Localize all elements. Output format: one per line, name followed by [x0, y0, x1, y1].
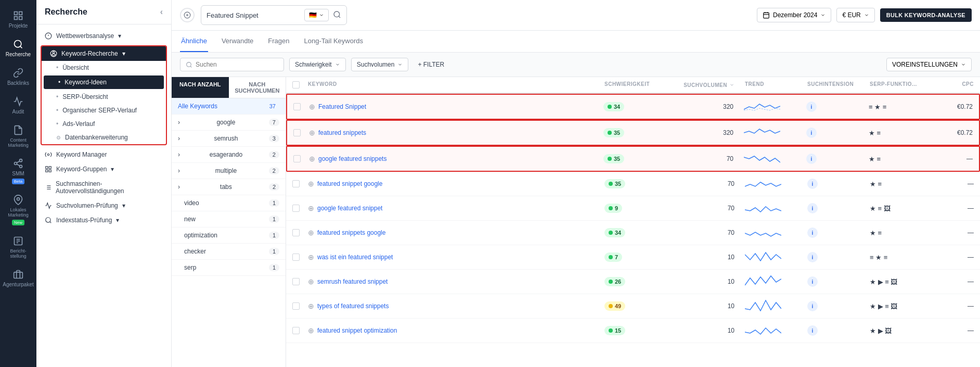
keyword-group-new[interactable]: new 1: [172, 211, 286, 227]
keyword-group-semrush[interactable]: › semrush 3: [172, 131, 286, 147]
trend-chart-7: [745, 249, 781, 265]
keyword-link-5[interactable]: ⊕ google featured snippet: [308, 204, 604, 212]
keyword-group-tabs[interactable]: › tabs 2: [172, 179, 286, 195]
keyword-link-10[interactable]: ⊕ featured snippet optimization: [308, 326, 604, 335]
row4-checkbox[interactable]: [292, 180, 308, 187]
sidebar-item-serp-ubersicht[interactable]: • SERP-Übersicht: [42, 90, 166, 104]
header-keyword: KEYWORD: [308, 81, 604, 88]
add-keyword-icon-7[interactable]: ⊕: [308, 253, 314, 261]
toggle-nach-suchvolumen[interactable]: NACH SUCHVOLUMEN: [229, 77, 286, 98]
sidebar-collapse-btn[interactable]: ‹: [160, 7, 163, 17]
add-keyword-icon-10[interactable]: ⊕: [308, 326, 314, 335]
toggle-tabs: NACH ANZAHL NACH SUCHVOLUMEN: [172, 77, 286, 98]
currency-select[interactable]: € EUR: [836, 8, 874, 22]
sidebar-item-keyword-recherche[interactable]: Keyword-Recherche ▾: [42, 46, 166, 61]
add-keyword-icon-5[interactable]: ⊕: [308, 204, 314, 212]
sidebar-item-keyword-gruppen[interactable]: Keyword-Gruppen ▾: [36, 162, 171, 176]
keyword-group-esagerando[interactable]: › esagerando 2: [172, 147, 286, 163]
keyword-group-multiple[interactable]: › multiple 2: [172, 163, 286, 179]
tab-verwandte[interactable]: Verwandte: [221, 31, 254, 52]
table-row: ⊕ google featured snippets 35 70: [286, 146, 980, 172]
keyword-group-video[interactable]: video 1: [172, 195, 286, 211]
nav-agentur[interactable]: Agenturpaket: [0, 264, 36, 293]
tab-fragen[interactable]: Fragen: [267, 31, 290, 52]
main-search-input[interactable]: [207, 11, 300, 19]
intensity-badge-6[interactable]: i: [807, 227, 818, 238]
add-keyword-icon-3[interactable]: ⊕: [309, 155, 315, 163]
sidebar-item-indexstatus[interactable]: Indexstatus-Prüfung ▾: [36, 213, 171, 227]
add-keyword-icon-1[interactable]: ⊕: [309, 103, 315, 111]
intensity-badge-2[interactable]: i: [806, 128, 817, 138]
tab-longtail[interactable]: Long-Tail Keywords: [303, 31, 364, 52]
header-schwierigkeit[interactable]: SCHWIERIGKEIT: [604, 81, 677, 88]
add-keyword-icon-9[interactable]: ⊕: [308, 302, 314, 310]
keyword-group-serp[interactable]: serp 1: [172, 260, 286, 276]
header-suchvolumen[interactable]: SUCHVOLUMEN: [677, 81, 745, 88]
keyword-group-checker[interactable]: checker 1: [172, 244, 286, 260]
sidebar-item-keyword-manager[interactable]: Keyword Manager: [36, 147, 171, 162]
filter-search-input[interactable]: [196, 61, 274, 68]
table-row: ⊕ featured snippets google 34 70: [286, 221, 980, 245]
row10-checkbox[interactable]: [292, 327, 308, 334]
keyword-link-4[interactable]: ⊕ featured snippet google: [308, 180, 604, 188]
add-button[interactable]: [180, 8, 195, 22]
keyword-link-1[interactable]: ⊕ Featured Snippet: [309, 103, 603, 111]
row1-checkbox[interactable]: [293, 103, 309, 110]
nav-audit[interactable]: Audit: [0, 91, 36, 120]
keyword-link-7[interactable]: ⊕ was ist ein featured snippet: [308, 253, 604, 261]
toggle-nach-anzahl[interactable]: NACH ANZAHL: [172, 77, 229, 98]
keyword-group-google[interactable]: › google 7: [172, 115, 286, 131]
keyword-link-6[interactable]: ⊕ featured snippets google: [308, 229, 604, 237]
language-select[interactable]: 🇩🇪: [304, 9, 329, 21]
keyword-link-9[interactable]: ⊕ types of featured snippets: [308, 302, 604, 310]
intensity-badge-4[interactable]: i: [807, 179, 818, 189]
intensity-badge-7[interactable]: i: [807, 252, 818, 262]
row6-checkbox[interactable]: [292, 229, 308, 236]
add-keyword-icon-2[interactable]: ⊕: [309, 129, 315, 137]
intensity-badge-3[interactable]: i: [806, 154, 817, 164]
nav-projekte[interactable]: Projekte: [0, 5, 36, 34]
intensity-badge-5[interactable]: i: [807, 203, 818, 213]
sidebar-item-ads[interactable]: • Ads-Verlauf: [42, 117, 166, 131]
add-keyword-icon-8[interactable]: ⊕: [308, 277, 314, 286]
sidebar-item-suchmaschinen[interactable]: Suchmaschinen-Autovervollständigungen: [36, 176, 171, 198]
select-all-checkbox[interactable]: [292, 81, 300, 88]
nav-lokal[interactable]: Lokales Marketing New: [0, 189, 36, 231]
nav-bericht[interactable]: Bericht-stellung: [0, 231, 36, 264]
keyword-link-2[interactable]: ⊕ featured snippets: [309, 129, 603, 137]
intensity-badge-9[interactable]: i: [807, 301, 818, 311]
row3-checkbox[interactable]: [293, 155, 309, 162]
tab-ahnliche[interactable]: Ähnliche: [180, 31, 208, 52]
bulk-keyword-button[interactable]: BULK KEYWORD-ANALYSE: [880, 8, 972, 22]
nav-backlinks[interactable]: Backlinks: [0, 62, 36, 91]
intensity-badge-8[interactable]: i: [807, 276, 818, 287]
nav-recherche[interactable]: Recherche: [0, 34, 36, 62]
keyword-link-8[interactable]: ⊕ semrush featured snippet: [308, 277, 604, 286]
add-keyword-icon-6[interactable]: ⊕: [308, 229, 314, 237]
nav-content[interactable]: Content Marketing: [0, 120, 36, 153]
row2-checkbox[interactable]: [293, 129, 309, 136]
intensity-badge-10[interactable]: i: [807, 325, 818, 336]
sidebar-item-datenbank[interactable]: ⚙ Datenbankerweiterung: [42, 131, 166, 144]
keyword-link-3[interactable]: ⊕ google featured snippets: [309, 155, 603, 163]
keyword-group-optimization[interactable]: optimization 1: [172, 227, 286, 244]
search-button[interactable]: [333, 10, 341, 20]
suchvolumen-filter[interactable]: Suchvolumen: [351, 58, 409, 71]
add-filter-button[interactable]: + FILTER: [414, 58, 448, 71]
nav-smm[interactable]: SMM Beta: [0, 153, 36, 189]
row9-checkbox[interactable]: [292, 302, 308, 310]
schwierigkeit-filter[interactable]: Schwierigkeit: [289, 58, 346, 71]
sidebar-item-wettbewerbs[interactable]: Wettbewerbsanalyse ▾: [36, 29, 171, 43]
preset-button[interactable]: VOREINSTELLUNGEN: [886, 58, 972, 71]
intensity-badge-1[interactable]: i: [806, 102, 817, 112]
add-keyword-icon-4[interactable]: ⊕: [308, 180, 314, 188]
row8-checkbox[interactable]: [292, 278, 308, 285]
sidebar-item-ubersicht[interactable]: • Übersicht: [42, 61, 166, 74]
date-select[interactable]: Dezember 2024: [757, 8, 831, 22]
sidebar-item-keyword-ideen[interactable]: • Keyword-Ideen: [44, 75, 164, 89]
row5-checkbox[interactable]: [292, 205, 308, 212]
sidebar-item-suchvolumen[interactable]: Suchvolumen-Prüfung ▾: [36, 198, 171, 213]
row7-checkbox[interactable]: [292, 254, 308, 261]
keyword-group-all[interactable]: Alle Keywords 37: [172, 98, 286, 115]
sidebar-item-organischer[interactable]: • Organischer SERP-Verlauf: [42, 104, 166, 117]
